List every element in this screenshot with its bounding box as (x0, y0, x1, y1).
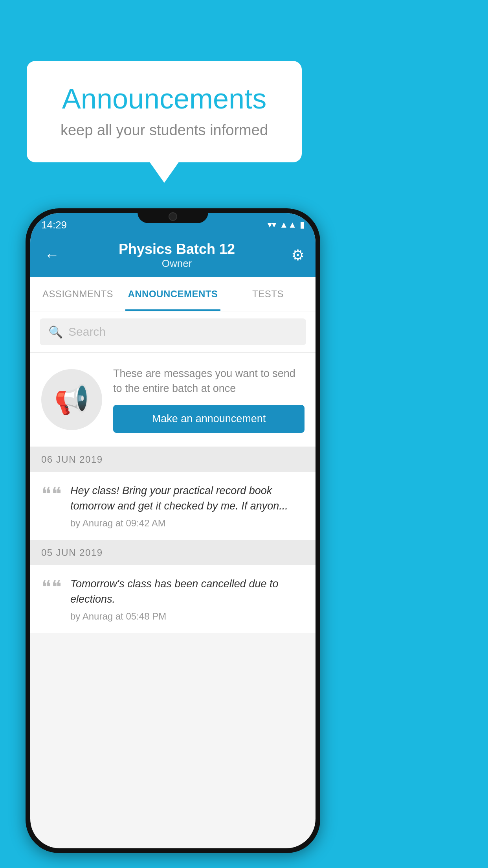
speech-bubble: Announcements keep all your students inf… (27, 61, 302, 162)
promo-description: These are messages you want to send to t… (113, 366, 305, 396)
make-announcement-button[interactable]: Make an announcement (113, 405, 305, 433)
promo-right: These are messages you want to send to t… (113, 366, 305, 433)
bubble-title: Announcements (50, 83, 278, 115)
battery-icon: ▮ (300, 220, 305, 230)
tab-tests[interactable]: TESTS (220, 277, 316, 311)
phone-notch (138, 208, 208, 223)
phone-camera (169, 212, 177, 221)
announcement-item-1[interactable]: ❝❝ Hey class! Bring your practical recor… (30, 472, 316, 540)
search-icon: 🔍 (48, 325, 63, 339)
tab-announcements[interactable]: ANNOUNCEMENTS (125, 277, 220, 311)
speech-bubble-container: Announcements keep all your students inf… (27, 61, 302, 162)
quote-icon-2: ❝❝ (41, 578, 62, 597)
header-title-group: Physics Batch 12 Owner (119, 241, 235, 270)
announcement-meta-2: by Anurag at 05:48 PM (70, 611, 305, 622)
phone-frame: 14:29 ▾▾ ▲▲ ▮ ← Physics Batch 12 Owner ⚙… (26, 208, 320, 853)
settings-icon[interactable]: ⚙ (291, 246, 305, 264)
promo-icon-circle: 📢 (41, 369, 102, 430)
back-button[interactable]: ← (41, 244, 62, 267)
search-bar[interactable]: 🔍 Search (40, 318, 306, 345)
header-subtitle: Owner (119, 257, 235, 270)
status-time: 14:29 (41, 219, 67, 231)
announcement-content-1: Hey class! Bring your practical record b… (70, 483, 305, 529)
quote-icon-1: ❝❝ (41, 485, 62, 504)
header-title: Physics Batch 12 (119, 241, 235, 257)
date-separator-2: 05 JUN 2019 (30, 540, 316, 565)
megaphone-icon: 📢 (54, 383, 90, 416)
announcement-text-1: Hey class! Bring your practical record b… (70, 483, 305, 514)
signal-icon: ▲▲ (279, 220, 297, 230)
announcement-text-2: Tomorrow's class has been cancelled due … (70, 576, 305, 607)
date-separator-1: 06 JUN 2019 (30, 447, 316, 472)
search-container: 🔍 Search (30, 311, 316, 353)
announcement-meta-1: by Anurag at 09:42 AM (70, 518, 305, 529)
phone-screen: 14:29 ▾▾ ▲▲ ▮ ← Physics Batch 12 Owner ⚙… (30, 213, 316, 848)
announcement-item-2[interactable]: ❝❝ Tomorrow's class has been cancelled d… (30, 565, 316, 633)
announcement-content-2: Tomorrow's class has been cancelled due … (70, 576, 305, 622)
status-icons: ▾▾ ▲▲ ▮ (268, 220, 305, 230)
promo-section: 📢 These are messages you want to send to… (30, 353, 316, 447)
wifi-icon: ▾▾ (268, 220, 276, 230)
tab-bar: ASSIGNMENTS ANNOUNCEMENTS TESTS (30, 277, 316, 311)
search-placeholder: Search (68, 325, 106, 338)
app-header: ← Physics Batch 12 Owner ⚙ (30, 234, 316, 277)
bubble-subtitle: keep all your students informed (50, 122, 278, 139)
tab-assignments[interactable]: ASSIGNMENTS (30, 277, 125, 311)
